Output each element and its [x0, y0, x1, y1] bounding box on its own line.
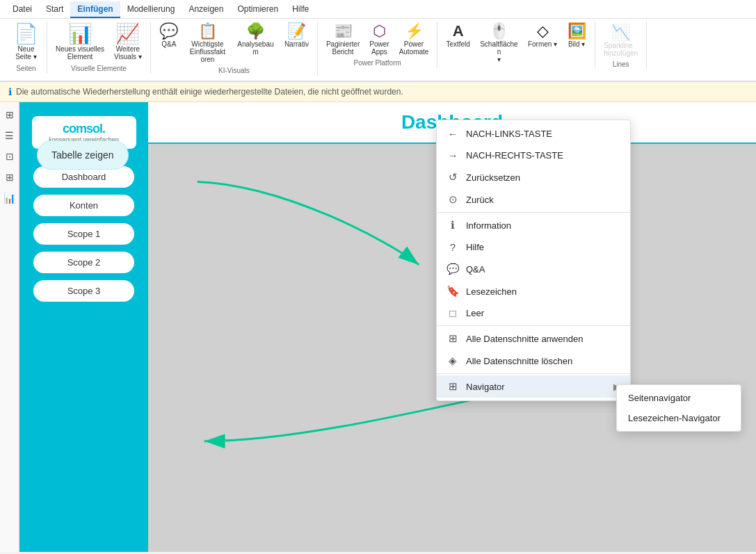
dropdown-divider-3 [437, 373, 630, 374]
sparkline-button[interactable]: 📉 Sparklinehinzufügen [600, 22, 642, 59]
ribbon-group-ki: 💬 Q&A 📋 WichtigsteEinflussfaktoren 🌳 Ana… [151, 22, 318, 76]
navigator-icon: ⊞ [447, 380, 459, 393]
main-area: ⊞ ☰ ⊡ ⊞ 📊 comsol. konsequent vereinfache… [0, 102, 756, 552]
apply-icon: ⊞ [447, 332, 459, 345]
power-automate-label: PowerAutomate [399, 40, 429, 56]
narrativ-button[interactable]: 📝 Narrativ [280, 22, 313, 50]
nav-btn-scope2[interactable]: Scope 2 [33, 252, 134, 273]
ribbon-container: Datei Start Einfügen Modellierung Anzeig… [0, 0, 756, 82]
dropdown-item-reset[interactable]: ↺ Zurücksetzen [437, 166, 630, 188]
sidebar-icon-table[interactable]: ☰ [2, 127, 17, 144]
dropdown-item-lesezeichen[interactable]: 🔖 Lesezeichen [437, 280, 630, 302]
tab-datei[interactable]: Datei [6, 1, 39, 18]
ribbon-group-visuals: 📊 Neues visuellesElement 📈 WeitereVisual… [47, 22, 151, 74]
power-apps-button[interactable]: ⬡ PowerApps [365, 22, 393, 58]
dropdown-item-help[interactable]: ? Hilfe [437, 236, 630, 258]
wichtigste-button[interactable]: 📋 WichtigsteEinflussfaktoren [184, 22, 231, 65]
schaltflaechen-label: Schaltflächen▾ [480, 40, 518, 63]
neue-seite-button[interactable]: 📄 NeueSeite ▾ [10, 22, 42, 63]
bild-label: Bild ▾ [568, 40, 585, 48]
wichtigste-label: WichtigsteEinflussfaktoren [188, 40, 227, 63]
reset-icon: ↺ [447, 171, 459, 184]
dropdown-item-qa[interactable]: 💬 Q&A [437, 258, 630, 280]
narrativ-label: Narrativ [284, 40, 309, 48]
sidebar-icon-visual[interactable]: ⊡ [3, 148, 17, 165]
schaltflaechen-button[interactable]: 🖱️ Schaltflächen▾ [476, 22, 522, 65]
textfeld-label: Textfeld [446, 40, 469, 48]
logo-text: comsol. [40, 122, 128, 136]
paginierter-button[interactable]: 📰 PaginierterBericht [322, 22, 364, 58]
formen-icon: ◇ [537, 24, 549, 39]
ribbon-group-shapes: A Textfeld 🖱️ Schaltflächen▾ ◇ Formen ▾ … [437, 22, 595, 68]
dropdown-menu: ← NACH-LINKS-TASTE → NACH-RECHTS-TASTE ↺… [436, 120, 631, 401]
qa-icon: 💬 [159, 24, 178, 39]
tab-hilfe[interactable]: Hilfe [285, 1, 316, 18]
bild-button[interactable]: 🖼️ Bild ▾ [563, 22, 590, 50]
nav-btn-scope1[interactable]: Scope 1 [33, 223, 134, 245]
qa-ribbon-button[interactable]: 💬 Q&A [155, 22, 183, 50]
submenu-item-seitennavigator[interactable]: Seitennavigator [617, 388, 741, 408]
group-label-ki: KI-Visuals [218, 65, 250, 76]
tab-optimieren[interactable]: Optimieren [230, 1, 285, 18]
nav-btn-konten[interactable]: Konten [33, 195, 134, 216]
sidebar-icon-data[interactable]: ⊞ [3, 169, 17, 186]
weitere-visuals-button[interactable]: 📈 WeitereVisuals ▾ [110, 22, 146, 63]
dropdown-label-info: Information [466, 220, 620, 231]
group-label-sparkline: Lines [613, 59, 629, 70]
sidebar-icon-grid[interactable]: ⊞ [3, 106, 17, 123]
paginierter-label: PaginierterBericht [326, 40, 360, 56]
textfeld-icon: A [453, 24, 464, 39]
group-label-pp: Power Platform [353, 58, 401, 68]
neues-visuelles-element-button[interactable]: 📊 Neues visuellesElement [51, 22, 108, 63]
ribbon-items-seiten: 📄 NeueSeite ▾ [10, 22, 42, 63]
dropdown-item-info[interactable]: ℹ Information [437, 214, 630, 236]
sidebar-icon-chart[interactable]: 📊 [1, 190, 18, 206]
dropdown-item-right[interactable]: → NACH-RECHTS-TASTE [437, 145, 630, 166]
tab-modellierung[interactable]: Modellierung [120, 1, 182, 18]
tab-start[interactable]: Start [39, 1, 70, 18]
notification-text: Die automatische Wiederherstellung enthä… [16, 87, 403, 97]
neue-seite-icon: 📄 [14, 24, 38, 44]
tab-anzeigen[interactable]: Anzeigen [182, 1, 230, 18]
dropdown-label-reset: Zurücksetzen [466, 172, 620, 183]
power-apps-label: PowerApps [369, 40, 389, 56]
dropdown-item-leer[interactable]: □ Leer [437, 302, 630, 324]
left-arrow-icon: ← [447, 128, 459, 140]
dropdown-item-clear[interactable]: ◈ Alle Datenschnitte löschen [437, 350, 630, 372]
right-arrow-icon: → [447, 149, 459, 161]
weitere-visuals-icon: 📈 [115, 24, 140, 44]
dropdown-item-back[interactable]: ⊙ Zurück [437, 188, 630, 211]
dropdown-item-navigator[interactable]: ⊞ Navigator ▶ [437, 375, 630, 398]
dropdown-label-qa: Q&A [466, 264, 620, 275]
nav-btn-scope3[interactable]: Scope 3 [33, 280, 134, 302]
dropdown-item-apply[interactable]: ⊞ Alle Datenschnitte anwenden [437, 327, 630, 350]
analysebaum-label: Analysebaum [236, 40, 275, 56]
textfeld-button[interactable]: A Textfeld [442, 22, 474, 50]
ribbon-group-seiten: 📄 NeueSeite ▾ Seiten [6, 22, 47, 74]
power-automate-button[interactable]: ⚡ PowerAutomate [395, 22, 433, 58]
tab-einfuegen[interactable]: Einfügen [70, 1, 120, 18]
qa-dd-icon: 💬 [447, 263, 459, 275]
info-icon: ℹ [447, 219, 459, 231]
dropdown-item-left[interactable]: ← NACH-LINKS-TASTE [437, 123, 630, 145]
dropdown-label-left: NACH-LINKS-TASTE [466, 129, 620, 139]
teal-panel: comsol. konsequent vereinfachen Dashboar… [19, 102, 148, 552]
submenu-item-lesezeichennavigator[interactable]: Lesezeichen-Navigator [617, 408, 741, 428]
weitere-visuals-label: WeitereVisuals ▾ [114, 45, 142, 60]
power-automate-icon: ⚡ [405, 24, 424, 39]
menu-tabs: Datei Start Einfügen Modellierung Anzeig… [0, 0, 756, 19]
dropdown-label-leer: Leer [466, 308, 620, 318]
ribbon-items-shapes: A Textfeld 🖱️ Schaltflächen▾ ◇ Formen ▾ … [442, 22, 590, 65]
ribbon-items-sparkline: 📉 Sparklinehinzufügen [600, 22, 642, 59]
group-label-seiten: Seiten [16, 63, 35, 74]
left-sidebar: ⊞ ☰ ⊡ ⊞ 📊 [0, 102, 19, 552]
formen-button[interactable]: ◇ Formen ▾ [524, 22, 561, 50]
dropdown-label-lesezeichen: Lesezeichen [466, 286, 620, 297]
neues-visuelles-icon: 📊 [68, 24, 93, 44]
formen-label: Formen ▾ [528, 40, 557, 48]
dropdown-label-right: NACH-RECHTS-TASTE [466, 150, 620, 161]
sparkline-label: Sparklinehinzufügen [604, 42, 638, 57]
back-icon: ⊙ [447, 193, 459, 206]
analysebaum-button[interactable]: 🌳 Analysebaum [232, 22, 279, 58]
show-table-button[interactable]: Tabelle zeigen [37, 140, 129, 170]
